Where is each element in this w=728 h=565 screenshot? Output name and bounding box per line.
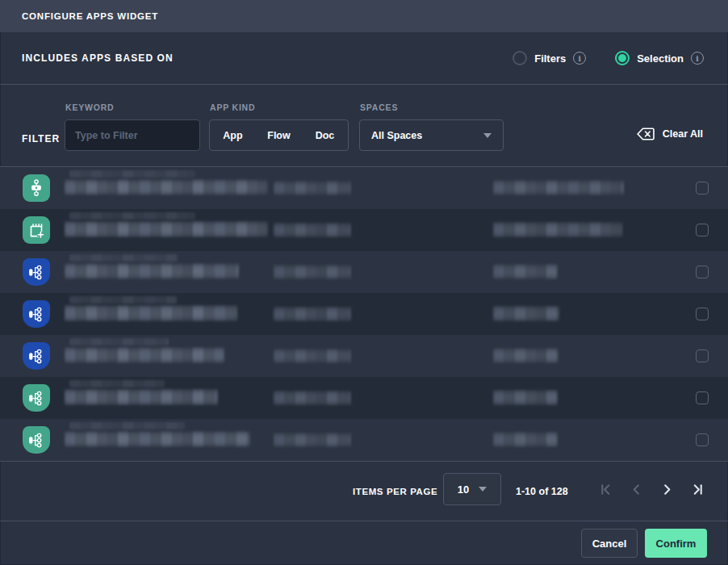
- first-page-button[interactable]: [596, 479, 615, 499]
- radio-selection-label: Selection: [637, 52, 684, 65]
- pagination-bar: ITEMS PER PAGE 10 1-10 of 128: [0, 461, 728, 521]
- row-checkbox[interactable]: [696, 182, 709, 195]
- dialog-title: CONFIGURE APPS WIDGET: [22, 11, 158, 21]
- redacted-app-name: [65, 263, 239, 279]
- keyword-label: KEYWORD: [65, 103, 114, 112]
- redacted-app-space: [493, 180, 624, 195]
- redacted-app-meta: [274, 181, 351, 195]
- previous-page-button[interactable]: [626, 479, 646, 499]
- configure-apps-widget-dialog: CONFIGURE APPS WIDGET INCLUDES APPS BASE…: [0, 0, 728, 565]
- page-range-text: 1-10 of 128: [516, 486, 568, 497]
- app-kind-option-flow[interactable]: Flow: [256, 130, 302, 141]
- redacted-app-name: [65, 221, 268, 237]
- flow-icon: [23, 300, 50, 328]
- redacted-app-meta: [274, 433, 351, 447]
- chevron-down-icon: [483, 133, 492, 138]
- chevron-right-icon: [661, 483, 673, 496]
- info-icon[interactable]: [573, 52, 586, 65]
- cancel-button[interactable]: Cancel: [581, 529, 638, 558]
- clear-all-label: Clear All: [663, 128, 703, 140]
- row-checkbox[interactable]: [696, 391, 709, 404]
- items-per-page-label: ITEMS PER PAGE: [353, 487, 437, 496]
- flow-icon: [23, 384, 50, 412]
- redacted-app-space: [493, 348, 559, 363]
- table-row[interactable]: [0, 419, 728, 461]
- redacted-app-meta: [274, 349, 351, 363]
- filter-label: FILTER: [22, 133, 60, 144]
- table-row[interactable]: [0, 293, 728, 335]
- dialog-titlebar: CONFIGURE APPS WIDGET: [0, 0, 728, 32]
- redacted-app-name: [65, 179, 268, 195]
- items-per-page-dropdown[interactable]: 10: [443, 473, 501, 505]
- last-page-button[interactable]: [688, 479, 707, 499]
- radio-selection[interactable]: Selection: [615, 51, 704, 65]
- table-row[interactable]: [0, 377, 728, 419]
- redacted-app-space: [493, 264, 558, 279]
- redacted-app-name: [65, 347, 224, 363]
- flow-icon: [23, 258, 50, 286]
- confirm-button[interactable]: Confirm: [645, 529, 707, 558]
- filter-section: FILTER KEYWORD APP KIND App Flow Doc SPA…: [0, 84, 728, 166]
- app-kind-option-doc[interactable]: Doc: [302, 130, 348, 141]
- clear-all-button[interactable]: Clear All: [636, 127, 703, 141]
- table-row[interactable]: [0, 167, 728, 209]
- redacted-app-meta: [274, 223, 351, 237]
- items-per-page-value: 10: [458, 483, 469, 496]
- app-kind-option-app[interactable]: App: [210, 130, 256, 141]
- first-page-icon: [600, 483, 612, 496]
- redacted-app-meta: [274, 307, 351, 321]
- redacted-app-meta: [274, 265, 351, 279]
- next-page-button[interactable]: [657, 479, 676, 499]
- flow-icon: [23, 342, 50, 370]
- radio-circle-icon[interactable]: [513, 51, 527, 65]
- spaces-dropdown[interactable]: All Spaces: [359, 119, 504, 151]
- row-checkbox[interactable]: [696, 308, 709, 320]
- redacted-app-name: [65, 431, 250, 447]
- table-row[interactable]: [0, 251, 728, 293]
- redacted-app-name: [65, 389, 218, 405]
- info-icon[interactable]: [691, 52, 704, 65]
- automation-icon: [23, 174, 50, 202]
- redacted-app-meta: [274, 391, 351, 405]
- redacted-app-name: [65, 305, 237, 321]
- includes-section: INCLUDES APPS BASED ON Filters Selection: [0, 32, 728, 84]
- calendar-add-icon: [23, 216, 50, 244]
- app-kind-group: App Flow Doc: [209, 119, 349, 151]
- spaces-label: SPACES: [360, 103, 398, 112]
- chevron-left-icon: [630, 483, 642, 496]
- row-checkbox[interactable]: [696, 266, 709, 278]
- redacted-app-space: [493, 222, 622, 237]
- spaces-value: All Spaces: [371, 130, 422, 141]
- radio-filters-label: Filters: [534, 52, 566, 65]
- redacted-app-space: [493, 306, 559, 321]
- dialog-footer: Cancel Confirm: [0, 521, 728, 565]
- redacted-app-space: [493, 432, 558, 447]
- mode-radio-group: Filters Selection: [513, 51, 704, 65]
- pagination-nav: [596, 479, 707, 499]
- chevron-down-icon: [479, 487, 487, 492]
- includes-label: INCLUDES APPS BASED ON: [22, 52, 174, 64]
- keyword-input[interactable]: [65, 119, 200, 151]
- backspace-clear-icon: [636, 127, 655, 141]
- last-page-icon: [692, 483, 704, 496]
- flow-icon: [23, 426, 50, 454]
- apps-table: [0, 166, 728, 461]
- row-checkbox[interactable]: [696, 433, 709, 446]
- row-checkbox[interactable]: [696, 349, 709, 362]
- table-row[interactable]: [0, 209, 728, 251]
- app-kind-label: APP KIND: [210, 103, 255, 112]
- radio-circle-icon[interactable]: [615, 51, 630, 65]
- table-row[interactable]: [0, 335, 728, 377]
- redacted-app-space: [493, 390, 558, 405]
- radio-filters[interactable]: Filters: [513, 51, 586, 65]
- row-checkbox[interactable]: [696, 224, 709, 236]
